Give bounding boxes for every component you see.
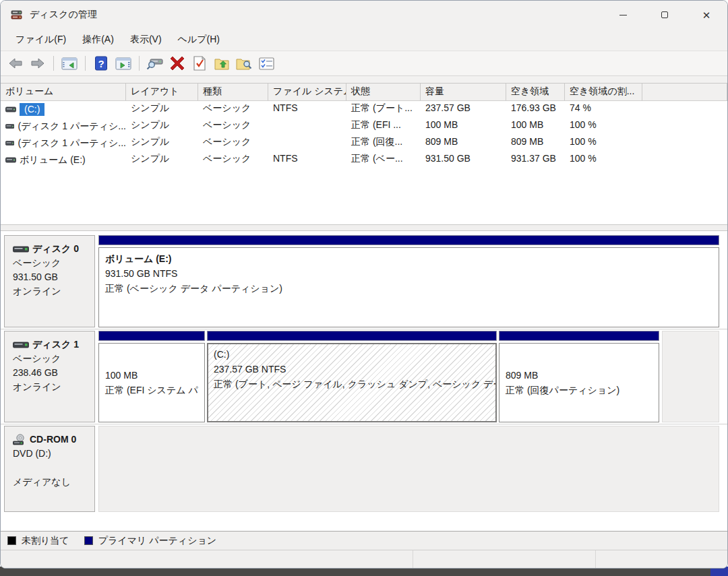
show-action-pane-icon[interactable] [114, 54, 133, 73]
status-section [1, 550, 413, 568]
title-bar: ディスクの管理 ✕ [1, 1, 727, 29]
col-header-type[interactable]: 種類 [198, 84, 268, 100]
cdrom-name: CD-ROM 0 [30, 433, 76, 447]
cdrom-0-header[interactable]: CD-ROM 0 DVD (D:) メディアなし [4, 426, 95, 512]
col-header-filesystem[interactable]: ファイル システム [268, 84, 346, 100]
col-header-layout[interactable]: レイアウト [126, 84, 198, 100]
volume-name[interactable]: (ディスク 1 パーティシ... [18, 121, 126, 133]
cell-free-pct: 100 % [565, 118, 642, 135]
cdrom-0-row: CD-ROM 0 DVD (D:) メディアなし [1, 424, 727, 513]
disk-management-app-icon [11, 10, 24, 20]
col-header-blank[interactable] [642, 84, 727, 100]
disk-management-window: ディスクの管理 ✕ ファイル(F) 操作(A) 表示(V) ヘルプ(H) [0, 0, 728, 569]
cell-layout: シンプル [126, 118, 198, 135]
table-row[interactable]: (ディスク 1 パーティシ... シンプル ベーシック 正常 (EFI ... … [1, 118, 727, 135]
partition-volume-e[interactable]: ボリューム (E:) 931.50 GB NTFS 正常 (ベーシック データ … [98, 235, 719, 327]
checklist-icon[interactable] [257, 54, 276, 73]
partition-title: ボリューム (E:) [105, 251, 712, 266]
cell-layout: シンプル [126, 135, 198, 152]
unallocated-swatch [7, 536, 16, 545]
col-header-free-pct[interactable]: 空き領域の割... [565, 84, 642, 100]
disk-1-header[interactable]: ディスク 1 ベーシック 238.46 GB オンライン [4, 331, 95, 422]
menu-help[interactable]: ヘルプ(H) [170, 31, 228, 49]
legend-bar: 未割り当て プライマリ パーティション [1, 531, 727, 550]
graphical-view: ディスク 0 ベーシック 931.50 GB オンライン ボリューム (E:) … [1, 231, 727, 531]
menu-view[interactable]: 表示(V) [122, 31, 170, 49]
disk-size: 931.50 GB [13, 270, 89, 284]
cell-capacity: 100 MB [421, 118, 506, 135]
disk-0-header[interactable]: ディスク 0 ベーシック 931.50 GB オンライン [4, 235, 95, 327]
disk-status: オンライン [13, 284, 89, 298]
status-section [596, 550, 727, 568]
disk-1-unused-area [662, 331, 719, 422]
back-icon[interactable] [6, 54, 25, 73]
volume-name[interactable]: (ディスク 1 パーティシ... [18, 137, 126, 150]
show-console-tree-icon[interactable] [60, 54, 79, 73]
folder-up-icon[interactable] [212, 54, 231, 73]
col-header-capacity[interactable]: 容量 [421, 84, 506, 100]
disk-0-track: ボリューム (E:) 931.50 GB NTFS 正常 (ベーシック データ … [95, 235, 719, 327]
cdrom-media-status: メディアなし [13, 475, 89, 489]
toolbar: ? [1, 51, 727, 76]
svg-text:?: ? [98, 58, 104, 69]
cell-layout: シンプル [126, 101, 198, 118]
cell-type: ベーシック [198, 135, 268, 152]
menu-bar: ファイル(F) 操作(A) 表示(V) ヘルプ(H) [1, 29, 727, 51]
disk-kind: ベーシック [13, 256, 89, 270]
menu-file[interactable]: ファイル(F) [7, 31, 74, 49]
disk-name: ディスク 1 [32, 338, 79, 352]
cell-filesystem [268, 118, 346, 135]
cdrom-0-track [98, 426, 719, 512]
partition-status: 正常 (ベーシック データ パーティション) [105, 281, 712, 296]
menu-action[interactable]: 操作(A) [74, 31, 122, 49]
cell-free: 100 MB [506, 118, 565, 135]
legend-primary-partition: プライマリ パーティション [98, 535, 217, 547]
cell-type: ベーシック [198, 152, 268, 168]
cell-status: 正常 (ベー... [346, 152, 421, 168]
partition-status: 正常 (EFI システム パ [105, 383, 198, 397]
toolbar-separator [85, 56, 86, 71]
table-row[interactable]: (ディスク 1 パーティシ... シンプル ベーシック 正常 (回復... 80… [1, 135, 727, 152]
delete-icon[interactable] [168, 54, 187, 73]
partition-size: 931.50 GB NTFS [105, 266, 712, 281]
disk-icon [13, 246, 29, 253]
minimize-button[interactable] [602, 1, 644, 29]
folder-search-icon[interactable] [235, 54, 253, 73]
primary-partition-bar [98, 235, 719, 245]
rescan-disks-icon[interactable] [146, 54, 164, 73]
partition-recovery[interactable]: 809 MB 正常 (回復パーティション) [499, 331, 659, 422]
table-row[interactable]: ボリューム (E:) シンプル ベーシック NTFS 正常 (ベー... 931… [1, 152, 727, 168]
forward-icon[interactable] [28, 54, 47, 73]
partition-c-selected[interactable]: (C:) 237.57 GB NTFS 正常 (ブート, ページ ファイル, ク… [207, 331, 497, 422]
disk-icon [13, 342, 29, 348]
pane-splitter[interactable] [1, 224, 727, 231]
col-header-volume[interactable]: ボリューム [1, 84, 126, 100]
table-row[interactable]: (C:) シンプル ベーシック NTFS 正常 (ブート... 237.57 G… [1, 101, 727, 118]
col-header-status[interactable]: 状態 [346, 84, 421, 100]
cell-free: 809 MB [506, 135, 565, 152]
cell-filesystem [268, 135, 346, 152]
primary-partition-bar [499, 331, 659, 341]
disk-name: ディスク 0 [32, 242, 79, 256]
volume-name-selected[interactable]: (C:) [20, 103, 44, 116]
status-bar [1, 550, 727, 568]
volume-name[interactable]: ボリューム (E:) [20, 154, 86, 166]
cell-free-pct: 74 % [565, 101, 642, 118]
col-header-free[interactable]: 空き領域 [506, 84, 565, 100]
cell-type: ベーシック [198, 118, 268, 135]
disk-1-row: ディスク 1 ベーシック 238.46 GB オンライン 100 MB 正常 (… [1, 329, 727, 424]
maximize-button[interactable] [644, 1, 686, 29]
help-icon[interactable]: ? [92, 54, 111, 73]
volume-icon [5, 106, 16, 113]
partition-efi[interactable]: 100 MB 正常 (EFI システム パ [98, 331, 205, 422]
close-icon: ✕ [702, 10, 711, 20]
close-button[interactable]: ✕ [686, 1, 727, 29]
cell-free-pct: 100 % [565, 152, 642, 168]
disk-status: オンライン [13, 380, 89, 394]
cell-status: 正常 (ブート... [346, 101, 421, 118]
mark-partition-icon[interactable] [190, 54, 209, 73]
cell-type: ベーシック [198, 101, 268, 118]
volume-list-header: ボリューム レイアウト 種類 ファイル システム 状態 容量 空き領域 空き領域… [1, 84, 727, 101]
cell-free: 931.37 GB [506, 152, 565, 168]
disk-1-track: 100 MB 正常 (EFI システム パ (C:) 237.57 GB NTF… [95, 331, 719, 422]
